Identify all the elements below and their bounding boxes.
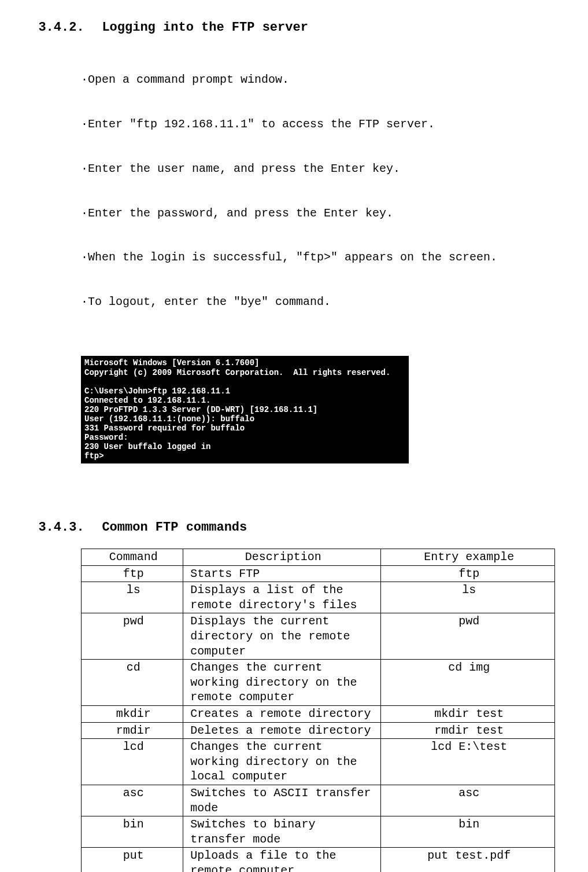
cmd-cell: rmdir [82,722,183,739]
section-342-heading: 3.4.2.Logging into the FTP server [23,6,565,35]
table-header-row: Command Description Entry example [82,549,555,566]
cmd-cell: ls [82,582,183,613]
section-343-number: 3.4.3. [38,520,102,535]
desc-cell: Switches to ASCII transfer mode [183,785,381,816]
bullet-3: ·Enter the user name, and press the Ente… [81,161,565,176]
table-row: mkdir Creates a remote directory mkdir t… [82,706,555,723]
desc-cell: Deletes a remote directory [183,722,381,739]
ftp-commands-table-wrap: Command Description Entry example ftp St… [81,549,565,872]
cmd-cell: lcd [82,739,183,785]
section-342-body: ·Open a command prompt window. ·Enter "f… [81,43,565,478]
ex-cell: ls [381,582,555,613]
ex-cell: rmdir test [381,722,555,739]
header-description: Description [183,549,381,566]
table-row: ls Displays a list of the remote directo… [82,582,555,613]
desc-cell: Displays a list of the remote directory'… [183,582,381,613]
ex-cell: mkdir test [381,706,555,723]
cmd-cell: cd [82,660,183,706]
section-342-number: 3.4.2. [38,20,102,35]
cmd-cell: asc [82,785,183,816]
cmd-cell: bin [82,816,183,848]
table-row: rmdir Deletes a remote directory rmdir t… [82,722,555,739]
cmd-cell: mkdir [82,706,183,723]
desc-cell: Changes the current working directory on… [183,660,381,706]
bullet-5: ·When the login is successful, "ftp>" ap… [81,250,565,265]
section-343-heading: 3.4.3.Common FTP commands [23,506,565,535]
ex-cell: cd img [381,660,555,706]
desc-cell: Starts FTP [183,565,381,582]
table-row: lcd Changes the current working director… [82,739,555,785]
table-row: put Uploads a file to the remote compute… [82,848,555,872]
bullet-4: ·Enter the password, and press the Enter… [81,206,565,221]
bullet-1: ·Open a command prompt window. [81,72,565,87]
cmd-cell: put [82,848,183,872]
desc-cell: Displays the current directory on the re… [183,613,381,660]
desc-cell: Changes the current working directory on… [183,739,381,785]
table-row: bin Switches to binary transfer mode bin [82,816,555,848]
bullet-2: ·Enter "ftp 192.168.11.1" to access the … [81,117,565,132]
table-row: asc Switches to ASCII transfer mode asc [82,785,555,816]
desc-cell: Creates a remote directory [183,706,381,723]
ex-cell: bin [381,816,555,848]
header-example: Entry example [381,549,555,566]
ex-cell: put test.pdf [381,848,555,872]
bullet-6: ·To logout, enter the "bye" command. [81,295,565,310]
header-command: Command [82,549,183,566]
section-342-title: Logging into the FTP server [102,20,308,35]
table-row: ftp Starts FTP ftp [82,565,555,582]
table-row: cd Changes the current working directory… [82,660,555,706]
table-row: pwd Displays the current directory on th… [82,613,555,660]
desc-cell: Switches to binary transfer mode [183,816,381,848]
ex-cell: asc [381,785,555,816]
ex-cell: ftp [381,565,555,582]
ex-cell: pwd [381,613,555,660]
desc-cell: Uploads a file to the remote computer [183,848,381,872]
ftp-commands-table: Command Description Entry example ftp St… [81,549,555,872]
cmd-cell: pwd [82,613,183,660]
terminal-screenshot: Microsoft Windows [Version 6.1.7600] Cop… [81,356,409,463]
cmd-cell: ftp [82,565,183,582]
section-343-title: Common FTP commands [102,520,247,535]
ex-cell: lcd E:\test [381,739,555,785]
